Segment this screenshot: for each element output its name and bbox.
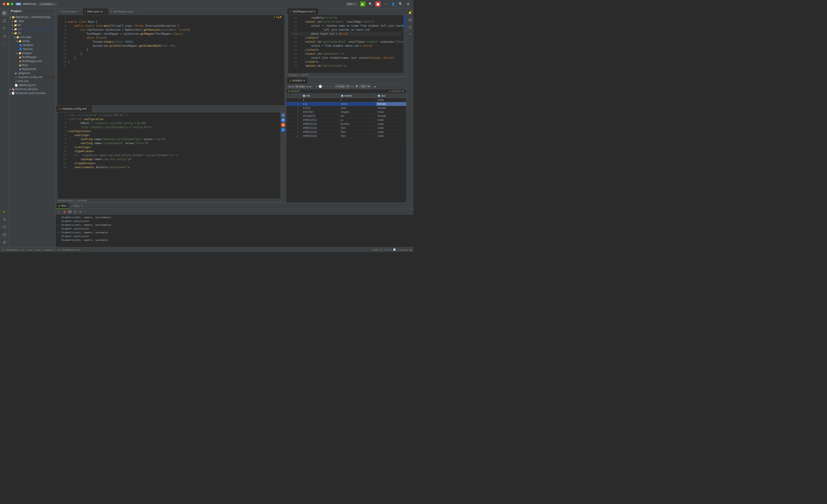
tab-close-button[interactable]: ✕ <box>79 10 81 13</box>
tree-item-external-libraries[interactable]: ▸ 📚 External Libraries <box>9 87 55 91</box>
cell-sex[interactable]: male <box>376 126 406 130</box>
mybatis-code-content[interactable]: 1 <?xml version="1.0" encoding="UTF-8" ?… <box>57 112 280 199</box>
export-button[interactable]: ↓ <box>371 85 372 88</box>
cell-name[interactable]: Angela <box>339 110 376 114</box>
tab-testmapper-xml[interactable]: ⟨/⟩ TestMapper.xml ✕ <box>287 8 318 15</box>
cell-name[interactable]: Tom <box>339 126 376 130</box>
col-resize-handle[interactable]: ⋮ <box>372 94 374 97</box>
more-options-button[interactable]: ⋯ <box>383 1 388 7</box>
pause-button[interactable] <box>67 209 72 214</box>
stop-button[interactable]: ■ <box>375 1 381 7</box>
tab-testmapper-java[interactable]: J TestMapper.java ✕ <box>108 8 140 15</box>
scrollbar[interactable] <box>284 15 286 105</box>
tab-mybatis-config[interactable]: ⟨/⟩ mybatis-config.xml ✕ <box>56 106 93 112</box>
idea-icon[interactable]: I <box>281 113 285 117</box>
cell-name[interactable]: t <box>339 98 376 102</box>
cell-sex[interactable]: male <box>376 110 406 114</box>
db-refresh-button[interactable]: ↻ <box>315 85 318 88</box>
db-table[interactable]: 🔢 sid ⋮ 🔤 name ⋮ <box>286 94 406 203</box>
wrap-output-button[interactable] <box>78 209 83 214</box>
bookmark-button[interactable] <box>1 17 8 24</box>
cell-name[interactable]: Sam <box>339 106 376 110</box>
col-name-header[interactable]: 🔤 name ⋮ <box>339 94 376 98</box>
tree-item-mapper[interactable]: ▾ 📁 mapper <box>9 51 55 55</box>
import-button[interactable]: ↑ <box>373 85 374 88</box>
cell-sid[interactable]: 34234233 <box>301 114 339 118</box>
xml-scrollbar-area[interactable] <box>403 15 406 73</box>
maximize-button[interactable] <box>11 3 13 5</box>
tree-item-src[interactable]: ▾ 📁 src <box>9 31 55 35</box>
tree-item-mybatisutil[interactable]: ● MybatisUtil <box>9 67 55 71</box>
tree-item-webstudy-iml[interactable]: 📄 WebStudy.iml <box>9 83 55 87</box>
cell-name[interactable]: SSam <box>339 102 376 106</box>
tree-item-gitignore[interactable]: ● .gitignore <box>9 71 55 75</box>
tree-item-testmapper-xml[interactable]: ● TestMapper.xml <box>9 59 55 63</box>
code-content[interactable]: 5 6 public class Main { 7 public stat <box>57 15 284 105</box>
debug-button[interactable] <box>1 216 8 223</box>
database-button[interactable] <box>407 17 413 22</box>
tx-mode-select[interactable]: Tx: Auto <box>335 85 350 88</box>
db-tab-overflow[interactable]: ⋯ <box>399 79 405 82</box>
table-row[interactable]: 8 199013124 Tom male <box>286 126 406 130</box>
chevron-up-icon[interactable]: ▲ <box>278 16 280 18</box>
tab-close-button[interactable]: ✕ <box>303 79 305 82</box>
chevron-down-icon[interactable]: ▼ <box>280 16 282 18</box>
cell-sex[interactable]: female <box>376 106 406 110</box>
tree-item-testmapper-java[interactable]: ● TestMapper <box>9 55 55 59</box>
minimize-button[interactable] <box>7 3 9 5</box>
tab-run[interactable]: ▶ Run <box>56 203 69 209</box>
cell-sid[interactable]: 199013125 <box>301 130 339 134</box>
tree-item-entity[interactable]: ▾ 📁 entity <box>9 39 55 43</box>
problems-button[interactable] <box>1 239 8 245</box>
profile-button[interactable]: 👤 <box>390 1 396 7</box>
rerun-button[interactable]: ↻ <box>57 209 61 214</box>
tab-teacher-java[interactable]: J Teacher.java ✕ <box>56 8 83 15</box>
tree-item-text-xml[interactable]: ⟨/⟩ text.xml <box>9 79 55 83</box>
tree-item-teacher[interactable]: 🔵 Teacher <box>9 47 55 51</box>
cell-name[interactable]: EveYes <box>339 122 376 126</box>
cell-sex[interactable]: male <box>376 130 406 134</box>
notification-button[interactable]: 🔔 <box>407 10 413 15</box>
db-redo-button[interactable]: ↪ <box>329 85 331 88</box>
col-sid-header[interactable]: 🔢 sid ⋮ <box>301 94 339 98</box>
cell-sex[interactable]: male <box>376 134 406 138</box>
db-table-tab[interactable]: ⊞ student ✕ <box>287 77 307 84</box>
tree-item-lib[interactable]: ▸ 📁 lib <box>9 23 55 27</box>
tree-item-student[interactable]: 🔵 Student <box>9 43 55 47</box>
more-db-button[interactable]: ▶ <box>375 85 377 88</box>
safari-icon[interactable]: S <box>281 128 285 132</box>
close-button[interactable] <box>3 3 5 5</box>
db-prev-page-button[interactable]: ◀ <box>291 85 294 88</box>
tree-item-scratches[interactable]: ▸ 📝 Scratches and Consoles <box>9 91 55 95</box>
cell-name[interactable]: Jo <box>339 118 376 122</box>
project-view-button[interactable] <box>1 10 8 17</box>
table-row[interactable]: 1 1 t male <box>286 98 406 102</box>
tree-item-comtest[interactable]: ▾ 📁 com.test <box>9 35 55 39</box>
vcs-button[interactable] <box>1 33 8 39</box>
cell-sid[interactable]: 3423423 <box>301 110 339 114</box>
table-row[interactable]: 6 199012312 Jo male <box>286 118 406 122</box>
cell-name[interactable]: Tom <box>339 134 376 138</box>
table-row[interactable]: 3 12312 Sam female <box>286 106 406 110</box>
db-next-page-button[interactable]: ▶ <box>306 85 309 88</box>
sidebar-chevron[interactable]: ⌄ <box>22 10 24 12</box>
csv-select[interactable]: CSV <box>359 85 371 88</box>
tab-main-java[interactable]: J Main.java ● ✕ <box>83 8 108 15</box>
cell-sid[interactable]: 111 <box>301 102 339 106</box>
cell-sex[interactable]: female <box>376 102 406 106</box>
tab-overflow-button[interactable]: ⋯ <box>280 107 285 110</box>
find-button[interactable] <box>1 25 8 32</box>
table-row[interactable]: 4 3423423 Angela male <box>286 110 406 114</box>
stop-run-button[interactable]: ■ <box>62 209 67 214</box>
encoding[interactable]: UTF-8 <box>384 248 391 251</box>
table-row[interactable]: 7 199013123 EveYes male <box>286 122 406 126</box>
tree-item-webstudy[interactable]: ▾ 📁 WebStudy ~/Desktop/CS/Ja... <box>9 15 55 19</box>
indent-value[interactable]: 4 spaces <box>398 248 408 251</box>
col-sex-header[interactable]: 🔤 sex ⋮ <box>376 94 406 98</box>
search-button[interactable]: 🔍 <box>398 1 403 7</box>
db-time-button[interactable]: 🕐 <box>319 85 322 88</box>
cell-sex[interactable]: male <box>376 122 406 126</box>
tab-overflow-button[interactable]: ⋯ <box>280 10 285 13</box>
git-button[interactable] <box>407 24 413 30</box>
testmapper-xml-content[interactable]: 10 readOnly="true"/> 11 <select id="sele… <box>288 15 403 73</box>
